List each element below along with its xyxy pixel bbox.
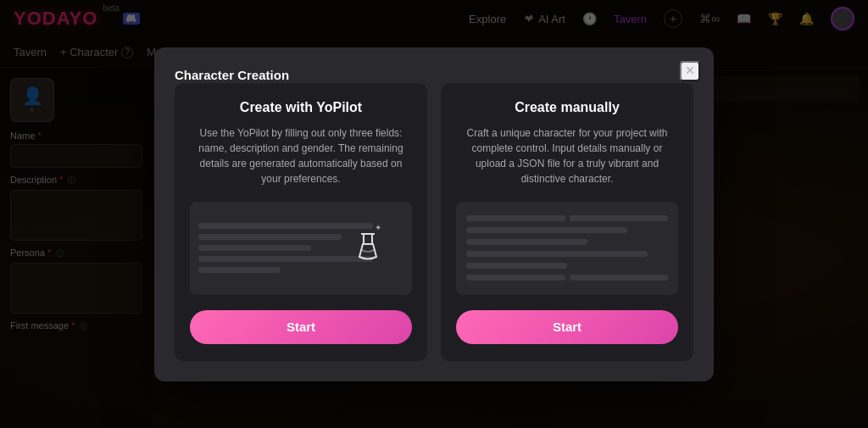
yopilot-card-title: Create with YoPilot: [240, 100, 362, 115]
modal-backdrop: Character Creation × Create with YoPilot…: [0, 0, 868, 428]
grid-line-7: [466, 275, 565, 281]
manual-card-desc: Craft a unique character for your projec…: [456, 125, 678, 186]
modal-close-button[interactable]: ×: [680, 61, 700, 81]
yopilot-card: Create with YoPilot Use the YoPilot by f…: [175, 83, 427, 361]
grid-line-1: [466, 215, 565, 221]
yopilot-card-desc: Use the YoPilot by filling out only thre…: [190, 125, 412, 186]
yopilot-start-button[interactable]: Start: [190, 310, 412, 344]
grid-line-6: [466, 263, 567, 269]
yopilot-illustration: ✦ ·: [190, 202, 412, 295]
grid-line-8: [570, 275, 669, 281]
manual-start-button[interactable]: Start: [456, 310, 678, 344]
grid-line-2: [570, 215, 669, 221]
manual-card: Create manually Craft a unique character…: [441, 83, 693, 361]
svg-text:✦: ✦: [375, 223, 381, 232]
grid-line-3: [466, 227, 627, 233]
grid-line-5: [466, 251, 648, 257]
illus-line-2: [198, 234, 342, 240]
manual-card-title: Create manually: [515, 100, 620, 115]
illus-line-3: [198, 245, 311, 251]
illus-line-5: [198, 267, 281, 273]
flask-illustration: ✦ ·: [342, 219, 393, 270]
character-creation-modal: Character Creation × Create with YoPilot…: [154, 47, 714, 381]
manual-illustration: [456, 202, 678, 295]
modal-title: Character Creation: [175, 68, 289, 82]
svg-text:·: ·: [381, 221, 383, 226]
grid-line-4: [466, 239, 587, 245]
modal-cards-container: Create with YoPilot Use the YoPilot by f…: [175, 83, 693, 361]
